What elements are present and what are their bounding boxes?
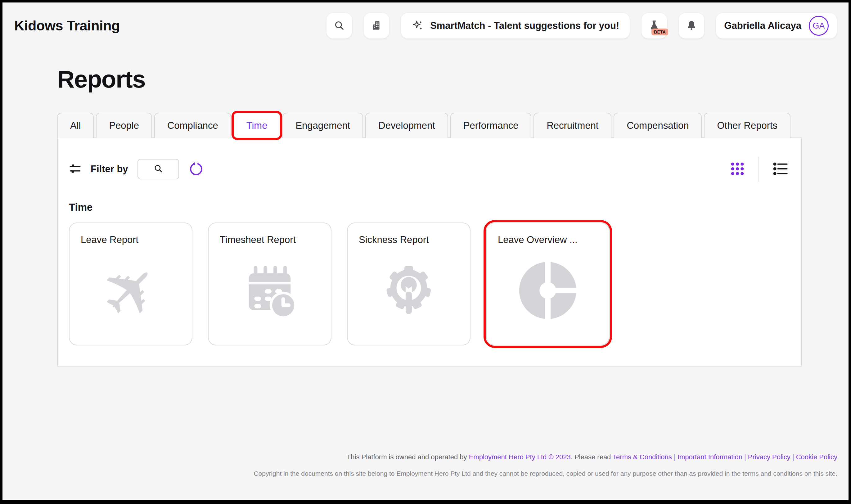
- card-title: Leave Overview ...: [487, 223, 609, 246]
- footer-link-important-information[interactable]: Important Information: [677, 453, 742, 461]
- tab-recruitment[interactable]: Recruitment: [533, 113, 611, 138]
- card-title: Leave Report: [70, 223, 192, 246]
- main-content: Reports All People Compliance Time Engag…: [2, 65, 849, 366]
- view-switch: [728, 157, 790, 182]
- card-leave-overview[interactable]: Leave Overview ...: [486, 222, 610, 345]
- gear-wrench-icon: [379, 261, 438, 321]
- footer-text: This Platform is owned and operated by: [347, 453, 469, 461]
- user-menu[interactable]: Gabriella Alicaya GA: [716, 13, 837, 38]
- footer-link-cookie-policy[interactable]: Cookie Policy: [796, 453, 837, 461]
- card-title: Sickness Report: [348, 223, 470, 246]
- grid-view-icon: [730, 161, 745, 177]
- app-window: Kidows Training: [2, 2, 849, 500]
- tab-compliance[interactable]: Compliance: [154, 113, 231, 138]
- tab-all[interactable]: All: [57, 113, 94, 138]
- card-sickness-report[interactable]: Sickness Report: [347, 222, 471, 345]
- plane-icon: ✈: [86, 247, 175, 336]
- tab-people[interactable]: People: [96, 113, 152, 138]
- topbar-actions: SmartMatch - Talent suggestions for you!…: [326, 13, 837, 38]
- footer-legal-line: This Platform is owned and operated by E…: [254, 453, 837, 461]
- tab-development[interactable]: Development: [365, 113, 448, 138]
- toolbar-divider: [759, 157, 759, 182]
- tab-other-reports[interactable]: Other Reports: [704, 113, 791, 138]
- footer-link-privacy-policy[interactable]: Privacy Policy: [748, 453, 791, 461]
- reports-panel: Filter by: [57, 138, 802, 366]
- grid-view-button[interactable]: [728, 161, 747, 178]
- company-logo[interactable]: Kidows Training: [14, 18, 120, 34]
- footer-text: . Please read: [571, 453, 613, 461]
- smartmatch-label: SmartMatch - Talent suggestions for you!: [430, 20, 619, 31]
- report-cards: Leave Report ✈ Timesheet Report: [69, 222, 801, 345]
- refresh-icon: [189, 162, 203, 177]
- reset-filters-button[interactable]: [188, 161, 204, 177]
- footer-copyright-line: Copyright in the documents on this site …: [254, 470, 837, 477]
- search-icon: [333, 20, 345, 32]
- labs-button[interactable]: BETA: [641, 13, 667, 38]
- footer-separator: |: [672, 453, 677, 461]
- organisation-button[interactable]: [364, 13, 389, 38]
- beta-badge: BETA: [651, 29, 668, 35]
- user-avatar: GA: [809, 16, 829, 36]
- filter-search-input[interactable]: [138, 159, 179, 179]
- card-title: Timesheet Report: [209, 223, 331, 246]
- calendar-clock-icon: [240, 261, 299, 321]
- bell-icon: [686, 20, 698, 32]
- footer: This Platform is owned and operated by E…: [254, 453, 837, 477]
- smartmatch-banner-button[interactable]: SmartMatch - Talent suggestions for you!: [401, 13, 630, 38]
- tab-time[interactable]: Time: [233, 113, 280, 138]
- user-name: Gabriella Alicaya: [724, 20, 801, 31]
- building-icon: [370, 20, 382, 32]
- topbar: Kidows Training: [2, 2, 849, 49]
- footer-link-terms[interactable]: Terms & Conditions: [613, 453, 672, 461]
- footer-link-company[interactable]: Employment Hero Pty Ltd © 2023: [469, 453, 571, 461]
- page-title: Reports: [57, 65, 802, 93]
- report-tabs: All People Compliance Time Engagement De…: [57, 113, 802, 138]
- list-view-button[interactable]: [771, 161, 790, 178]
- filter-label: Filter by: [91, 164, 128, 175]
- tab-engagement[interactable]: Engagement: [283, 113, 363, 138]
- search-button[interactable]: [326, 13, 352, 38]
- filter-tune-icon: [69, 162, 81, 176]
- section-title: Time: [69, 201, 801, 213]
- sparkles-icon: [412, 19, 424, 33]
- tab-performance[interactable]: Performance: [450, 113, 531, 138]
- donut-chart-icon: [518, 261, 577, 321]
- notifications-button[interactable]: [679, 13, 704, 38]
- search-icon: [153, 164, 163, 175]
- list-view-icon: [773, 161, 788, 177]
- filter-toolbar: Filter by: [58, 138, 801, 182]
- footer-separator: |: [742, 453, 748, 461]
- tab-compensation[interactable]: Compensation: [614, 113, 702, 138]
- card-timesheet-report[interactable]: Timesheet Report: [208, 222, 331, 345]
- footer-separator: |: [791, 453, 796, 461]
- card-leave-report[interactable]: Leave Report ✈: [69, 222, 193, 345]
